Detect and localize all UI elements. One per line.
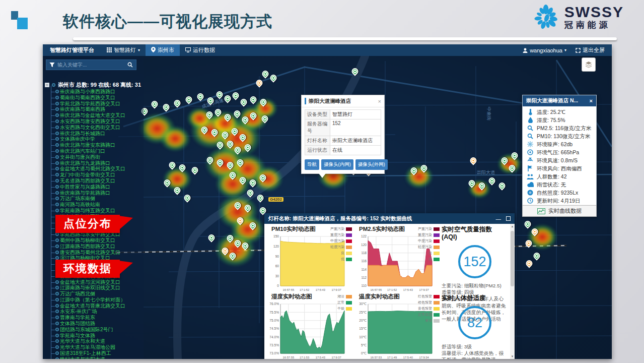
streetlight-marker-pin[interactable] [249, 111, 258, 120]
streetlight-marker-pin[interactable] [525, 259, 534, 268]
scroll-up-icon[interactable]: ▲ [510, 225, 515, 228]
map-canvas[interactable]: 成温邛高速成温邛高速崇阳大道崇阳大道中南街G4202 [43, 56, 612, 359]
tree-item[interactable]: 文井街与唐兴西街 [45, 154, 196, 160]
streetlight-marker-pin[interactable] [233, 238, 242, 248]
streetlight-marker-pin[interactable] [210, 128, 219, 137]
streetlight-marker-pin[interactable] [469, 156, 478, 165]
streetlight-marker-pin[interactable] [233, 201, 242, 210]
streetlight-marker-pin[interactable] [205, 155, 214, 164]
map-layers-button[interactable] [582, 57, 596, 72]
tree-item[interactable]: 晋康南与学苑东 [45, 315, 196, 321]
streetlight-marker-pin[interactable] [532, 251, 541, 260]
streetlight-marker-pin[interactable] [213, 107, 223, 116]
streetlight-marker-pin[interactable] [205, 110, 214, 119]
tree-item[interactable]: 团结路与东城国际2号门 [45, 327, 196, 333]
streetlight-marker-pin[interactable] [226, 139, 235, 148]
streetlight-marker-pin[interactable] [248, 178, 257, 187]
streetlight-marker-pin[interactable] [196, 92, 205, 101]
streetlight-marker-pin[interactable] [223, 112, 232, 122]
streetlight-marker-pin[interactable] [261, 69, 270, 78]
nav-item-0[interactable]: 智慧路灯▾ [101, 44, 146, 56]
streetlight-marker-pin[interactable] [233, 109, 242, 118]
tree-item[interactable]: 光华大道与羊马湿地公园 [45, 344, 196, 350]
tree-item[interactable]: 崇庆北路与唐安东路路口 [45, 142, 196, 148]
streetlight-marker-pin[interactable] [231, 91, 240, 100]
panel-scrollbar[interactable]: ▲ ▼ [510, 224, 515, 359]
scroll-down-icon[interactable]: ▼ [510, 355, 515, 358]
tree-item[interactable]: 永安西路与文化西街交叉口 [45, 125, 196, 131]
streetlight-marker-pin[interactable] [221, 246, 230, 255]
streetlight-marker-pin[interactable] [477, 181, 486, 190]
tree-item[interactable]: 金盆地大道与滨河路交叉口 [45, 279, 196, 285]
streetlight-marker-pin[interactable] [241, 115, 250, 124]
expand-icon[interactable] [506, 216, 511, 221]
streetlight-marker-pin[interactable] [238, 175, 247, 185]
streetlight-marker-pin[interactable] [216, 158, 225, 167]
streetlight-marker-pin[interactable] [530, 227, 539, 236]
search-input[interactable] [57, 62, 124, 68]
tree-item[interactable]: 蜀州中路与杨柳街交叉口 [45, 237, 196, 244]
streetlight-marker-pin[interactable] [497, 181, 507, 190]
tree-item[interactable]: 唐安西路与蜀州北路交叉口 [45, 250, 196, 256]
streetlight-marker-pin[interactable] [226, 233, 235, 243]
streetlight-marker-pin[interactable] [256, 193, 265, 202]
tree-item[interactable]: 光华大道与永和大道 [45, 338, 196, 344]
collapse-icon[interactable]: − [45, 83, 49, 87]
tree-item[interactable]: 崇庆北路与金盆地大道交叉口 [45, 112, 196, 118]
streetlight-marker-pin[interactable] [246, 188, 255, 197]
streetlight-marker-pin[interactable] [249, 95, 258, 104]
tree-item[interactable]: 永安东-崇庆广场 [45, 309, 196, 315]
streetlight-marker-pin[interactable] [269, 73, 278, 82]
tree-item[interactable]: 中胜世家与兴盛路路口 [45, 184, 196, 190]
tree-item[interactable]: 崇庆北路与长城路口 [45, 131, 196, 137]
streetlight-marker-pin[interactable] [243, 203, 252, 212]
streetlight-marker-pin[interactable] [467, 178, 476, 188]
streetlight-marker-pin[interactable] [487, 176, 496, 185]
streetlight-marker-pin[interactable] [258, 173, 267, 182]
tree-item[interactable]: 崇庆南路与小康西路路口 [45, 89, 196, 95]
streetlight-marker-pin[interactable] [207, 233, 216, 242]
streetlight-marker-pin[interactable] [216, 140, 225, 149]
scrollbar-thumb[interactable] [511, 231, 514, 286]
user-menu[interactable]: wangxiaohua▾ [523, 47, 566, 53]
popup-action-button-2[interactable]: 摄像头(外网) [355, 159, 388, 170]
streetlight-marker-pin[interactable] [409, 166, 418, 175]
tree-item[interactable]: 世纪大道与崇阳大道 [45, 356, 196, 359]
streetlight-marker-pin[interactable] [233, 145, 242, 154]
streetlight-marker-pin[interactable] [419, 163, 428, 172]
streetlight-marker-pin[interactable] [259, 97, 268, 106]
tree-item[interactable]: 崇庆南路与学苑路路口 [45, 190, 196, 196]
streetlight-marker-pin[interactable] [508, 163, 517, 172]
streetlight-marker-pin[interactable] [238, 133, 247, 142]
tree-item[interactable]: 蜀南街与蜀南西路交叉口 [45, 95, 196, 101]
tree-item[interactable]: 龙门中街与金带街交叉口 [45, 172, 196, 178]
nav-item-1[interactable]: 崇州市 [146, 44, 180, 56]
tree-item[interactable]: 金盆地大道与蜀州北路交叉口 [45, 166, 196, 172]
streetlight-marker-pin[interactable] [523, 219, 532, 228]
tree-root-node[interactable]: − 崇州市 总数: 99 在线: 68 离线: 31 [45, 81, 196, 89]
tree-item[interactable]: 崇庆北路汽车站门口 [45, 148, 196, 154]
tree-item[interactable]: 南河路与高铁站南 [45, 202, 196, 208]
streetlight-marker-pin[interactable] [350, 67, 360, 76]
popup-action-button-1[interactable]: 摄像头(内网) [321, 159, 353, 170]
tree-item[interactable]: 文体路崇庆中学 [45, 136, 196, 142]
streetlight-marker-pin[interactable] [241, 241, 250, 250]
realtime-curve-button[interactable]: 实时曲线数据 [522, 205, 597, 217]
streetlight-marker-pin[interactable] [228, 170, 237, 179]
tree-item[interactable]: 文体路与团结路 [45, 321, 196, 327]
tree-item[interactable]: 崇庆南路与蜀南西路 [45, 106, 196, 112]
nav-item-2[interactable]: 运行数据 [180, 44, 221, 56]
streetlight-marker-pin[interactable] [236, 216, 245, 225]
tree-item[interactable]: 万达广场东南侧 [45, 196, 196, 202]
streetlight-marker-pin[interactable] [510, 151, 519, 160]
streetlight-marker-pin[interactable] [248, 221, 257, 230]
close-icon[interactable]: × [590, 98, 593, 104]
tree-item[interactable]: 学苑南路与纬五路交叉口 [45, 208, 196, 214]
close-icon[interactable]: × [378, 98, 381, 104]
streetlight-marker-pin[interactable] [236, 158, 245, 167]
tree-item[interactable]: 学苑南与文体路 [45, 333, 196, 339]
tree-item[interactable]: 崇庆北路与九龙路路口 [45, 160, 196, 166]
filter-icon[interactable] [46, 60, 57, 70]
streetlight-marker-pin[interactable] [206, 96, 215, 105]
tree-item[interactable]: 国道318至F1-上林西工 [45, 350, 196, 356]
